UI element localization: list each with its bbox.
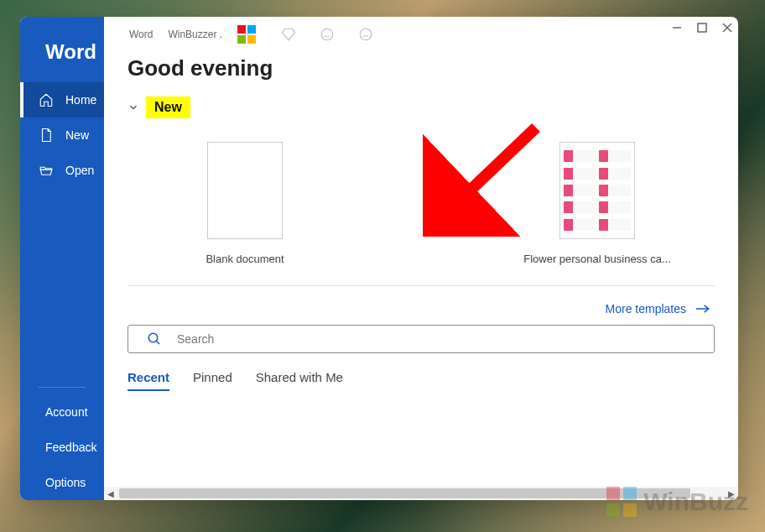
section-new-label: New bbox=[146, 96, 190, 118]
section-new-header[interactable]: New bbox=[128, 96, 715, 118]
sidebar-bottom: Account Feedback Options bbox=[20, 394, 104, 500]
greeting: Good evening bbox=[128, 55, 715, 81]
sidebar-nav: Home New Open bbox=[20, 82, 104, 380]
titlebar-decorations bbox=[281, 27, 373, 42]
app-title: Word bbox=[20, 17, 104, 82]
title-doc: WinBuzzer . bbox=[168, 29, 222, 40]
sidebar-item-label: Home bbox=[65, 93, 96, 107]
templates-row: Blank document Flower personal business … bbox=[128, 127, 715, 274]
window-controls bbox=[671, 22, 733, 34]
main-area: Word WinBuzzer . Good evening New bbox=[104, 17, 738, 500]
template-thumb-flower bbox=[559, 142, 635, 239]
more-templates-label: More templates bbox=[606, 302, 686, 316]
frown-icon bbox=[358, 27, 373, 42]
search-input[interactable] bbox=[177, 332, 705, 346]
sidebar-item-feedback[interactable]: Feedback bbox=[20, 430, 104, 465]
search-box[interactable] bbox=[128, 325, 715, 353]
maximize-icon[interactable] bbox=[696, 22, 708, 34]
scroll-right-arrow[interactable]: ▶ bbox=[725, 489, 738, 498]
folder-open-icon bbox=[39, 163, 54, 178]
sidebar-item-label: Options bbox=[45, 476, 86, 489]
sidebar-item-new[interactable]: New bbox=[20, 117, 104, 153]
more-templates-row: More templates bbox=[128, 298, 715, 325]
diamond-icon bbox=[281, 27, 296, 42]
scroll-thumb[interactable] bbox=[119, 488, 690, 498]
chevron-down-icon bbox=[128, 102, 139, 113]
template-blank-document[interactable]: Blank document bbox=[169, 142, 320, 265]
template-label: Flower personal business ca... bbox=[522, 253, 673, 265]
content: Good evening New Blank document bbox=[104, 52, 738, 500]
home-icon bbox=[39, 92, 54, 107]
divider bbox=[128, 285, 715, 286]
more-templates-link[interactable]: More templates bbox=[606, 302, 711, 316]
svg-point-1 bbox=[360, 29, 372, 40]
sidebar-item-label: New bbox=[65, 128, 89, 142]
scroll-track[interactable] bbox=[117, 488, 725, 498]
tab-pinned[interactable]: Pinned bbox=[193, 370, 232, 391]
sidebar-item-label: Feedback bbox=[45, 441, 96, 454]
titlebar: Word WinBuzzer . bbox=[104, 17, 738, 52]
sidebar-item-account[interactable]: Account bbox=[20, 394, 104, 430]
tab-shared[interactable]: Shared with Me bbox=[256, 370, 343, 391]
scroll-left-arrow[interactable]: ◀ bbox=[104, 489, 117, 498]
recent-tabs: Recent Pinned Shared with Me bbox=[128, 370, 715, 391]
close-icon[interactable] bbox=[721, 22, 733, 34]
svg-rect-3 bbox=[698, 23, 706, 32]
tab-recent[interactable]: Recent bbox=[128, 370, 169, 391]
sidebar-divider bbox=[39, 387, 86, 388]
template-label: Blank document bbox=[169, 253, 320, 265]
sidebar-item-options[interactable]: Options bbox=[20, 465, 104, 500]
sidebar-item-open[interactable]: Open bbox=[20, 153, 104, 188]
template-thumb-blank bbox=[207, 142, 283, 239]
search-icon bbox=[147, 331, 162, 347]
smile-icon bbox=[320, 27, 335, 42]
document-icon bbox=[39, 128, 54, 143]
minimize-icon[interactable] bbox=[671, 22, 683, 34]
arrow-right-icon bbox=[695, 303, 711, 315]
sidebar-item-label: Open bbox=[65, 164, 94, 177]
svg-point-0 bbox=[321, 29, 333, 40]
sidebar-item-home[interactable]: Home bbox=[20, 82, 104, 117]
sidebar: Word Home New Open Account Feedback bbox=[20, 17, 104, 500]
title-app: Word bbox=[129, 29, 153, 40]
svg-point-7 bbox=[148, 333, 158, 342]
horizontal-scrollbar[interactable]: ◀ ▶ bbox=[104, 487, 738, 500]
svg-line-8 bbox=[156, 341, 159, 344]
puzzle-icon bbox=[237, 25, 256, 44]
sidebar-item-label: Account bbox=[45, 405, 88, 419]
word-window: Word Home New Open Account Feedback bbox=[20, 17, 738, 500]
template-flower-business-card[interactable]: Flower personal business ca... bbox=[522, 142, 673, 265]
